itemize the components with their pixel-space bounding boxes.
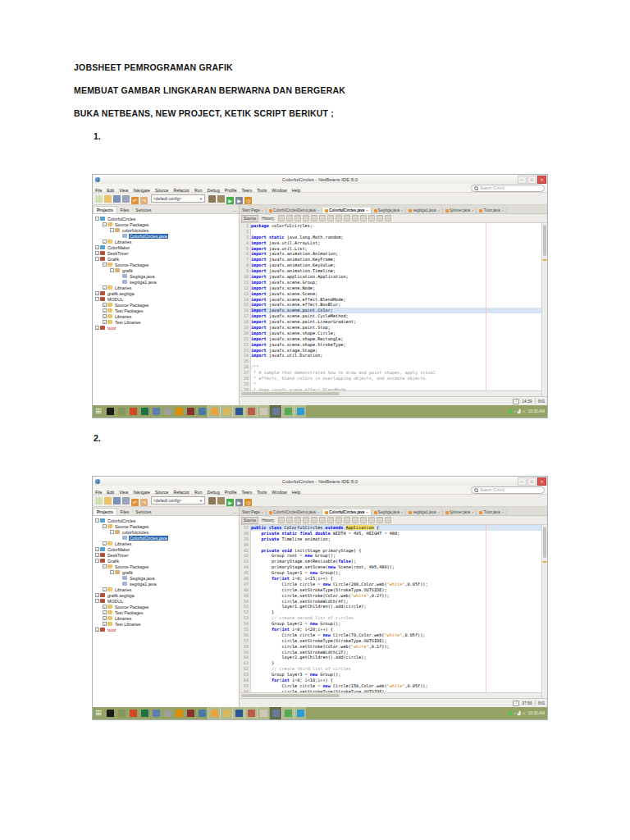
tree-item[interactable]: +grafik.segitiga [93,592,239,598]
panel-tab-files[interactable]: Files [117,207,133,213]
editor-tab[interactable]: Tutor.java× [477,509,506,515]
editor-tab[interactable]: Tutor.java× [477,208,506,213]
tree-toggle-icon[interactable]: + [103,605,107,609]
tree-item[interactable]: −grafik [93,267,239,273]
tree-item[interactable]: −Source Packages [93,564,239,569]
taskbar-app-red[interactable] [244,405,257,418]
open-project-icon[interactable] [104,195,112,203]
tree-item[interactable]: +Libraries [93,541,239,546]
tree-item[interactable]: −colorfulcircles [93,227,239,233]
toggle-highlight-icon[interactable] [336,517,342,523]
view-toggle-source[interactable]: Source [241,517,258,524]
code-line[interactable]: 47 Circle circle = new Circle(200,Color.… [240,582,541,587]
start-button[interactable]: ⊞ [93,405,104,418]
next-occurrence-icon[interactable] [327,517,334,523]
volume-icon[interactable]: ◁ [522,409,524,413]
tree-toggle-icon[interactable]: + [103,314,107,318]
tree-toggle-icon[interactable]: + [103,303,107,307]
code-line[interactable]: 15import javafx.scene.effect.BoxBlur; [240,302,541,308]
code-line[interactable]: 20import javafx.scene.shape.Circle; [240,331,541,336]
build-project-icon[interactable] [208,497,216,504]
code-line[interactable]: 37public class ColorfulCircles extends A… [240,525,541,531]
taskbar-app-darkred[interactable] [185,405,196,418]
code-line[interactable]: 13import javafx.scene.Scene; [240,291,541,297]
tree-toggle-icon[interactable]: − [110,228,114,232]
code-line[interactable]: 26/** [240,364,541,370]
code-line[interactable]: 21import javafx.scene.shape.Rectangle; [240,336,541,342]
code-line[interactable]: 39 private Timeline animation; [240,536,541,542]
comment-icon[interactable] [344,517,350,523]
tree-toggle-icon[interactable]: + [103,587,107,591]
tab-close-icon[interactable]: × [501,510,503,514]
tree-toggle-icon[interactable]: − [103,564,107,568]
tree-item[interactable]: +Source Packages [93,302,239,308]
tree-toggle-icon[interactable]: − [95,217,99,221]
debug-project-icon[interactable]: ▶ [235,197,243,204]
taskbar-app-console[interactable] [104,405,116,418]
code-line[interactable]: 17import javafx.scene.paint.CycleMethod; [240,313,541,319]
code-line[interactable]: 43 primaryStage.setResizable(false); [240,559,541,564]
find-icon[interactable] [311,215,317,221]
tree-toggle-icon[interactable]: + [103,320,107,324]
tree-toggle-icon[interactable]: − [110,530,114,534]
panel-tab-projects[interactable]: Projects [93,508,117,515]
back-icon[interactable] [286,215,293,221]
taskbar-app-blue[interactable] [196,405,208,418]
outdent-icon[interactable] [368,215,375,221]
code-line[interactable]: 59 circle.setStrokeWidth(2f); [240,650,541,655]
code-line[interactable]: 38 private static final double WIDTH = 4… [240,531,541,536]
tree-toggle-icon[interactable]: + [103,240,107,244]
tree-item[interactable]: +Test Packages [93,609,239,615]
view-toggle-history[interactable]: History [259,215,276,222]
find-selection-icon[interactable] [303,215,309,221]
tree-item[interactable]: Segitiga.java [93,575,239,581]
taskbar-app-people[interactable] [208,405,220,418]
uncomment-icon[interactable] [352,215,358,221]
save-all-icon[interactable] [113,195,121,203]
tree-toggle-icon[interactable]: + [95,245,99,249]
editor-tab[interactable]: segitiga1.java× [406,509,442,515]
network-icon[interactable]: ▟ [518,409,520,413]
taskbar-app-faded[interactable] [116,405,127,418]
tab-close-icon[interactable]: × [262,510,263,514]
panel-minimize-icon[interactable]: − [234,208,236,213]
editor-tab[interactable]: ColorfulCircles.java× [322,509,372,515]
taskbar-app-console[interactable] [104,707,116,719]
tab-close-icon[interactable]: × [437,510,439,514]
tree-toggle-icon[interactable]: + [95,593,99,597]
scrollbar-thumb[interactable] [543,527,546,558]
tree-toggle-icon[interactable]: − [103,524,107,528]
find-icon[interactable] [311,517,317,523]
code-line[interactable]: 45 Group layer1 = new Group(); [240,570,541,576]
code-line[interactable]: 62 // create third list of circles [240,666,541,672]
scrollbar-thumb[interactable] [543,225,546,256]
volume-icon[interactable]: ◁ [522,711,524,715]
tree-item[interactable]: +Libraries [93,313,239,319]
tree-item[interactable]: +ColorMaker [93,244,239,250]
code-line[interactable]: 28 * effects, blend colors in overlappin… [240,376,541,381]
tree-toggle-icon[interactable]: − [95,559,99,563]
code-line[interactable]: 16import javafx.scene.paint.Color; [240,308,541,313]
tree-item[interactable]: +grafik.segitiga [93,290,239,296]
tree-toggle-icon[interactable]: − [95,257,99,261]
profile-project-icon[interactable]: ◷ [244,197,252,204]
tree-toggle-icon[interactable]: − [95,599,99,603]
code-line[interactable]: 64 for(int i=0; i<10;i++) { [240,678,541,683]
tree-item[interactable]: −ColorfulCircles [93,216,239,221]
taskbar-clock[interactable]: 10:32 AM [528,711,545,715]
stop-macro-icon[interactable] [385,517,391,523]
panel-minimize-icon[interactable]: − [234,510,236,515]
tab-close-icon[interactable]: × [317,510,319,514]
taskbar-app-paint[interactable] [257,707,269,719]
tab-close-icon[interactable]: × [262,208,263,212]
debug-project-icon[interactable]: ▶ [235,499,243,506]
clean-build-icon[interactable] [217,497,225,504]
tree-toggle-icon[interactable]: − [103,262,107,267]
tree-item[interactable]: +Source Packages [93,604,239,609]
copy-icon[interactable] [122,195,130,203]
tree-item[interactable]: +tutor [93,325,239,331]
tree-item[interactable]: +Libraries [93,587,239,592]
taskbar-app-explorer[interactable] [220,707,232,719]
indent-icon[interactable] [360,215,367,221]
code-lines[interactable]: 1package colorfulcircles;23import static… [240,223,541,390]
